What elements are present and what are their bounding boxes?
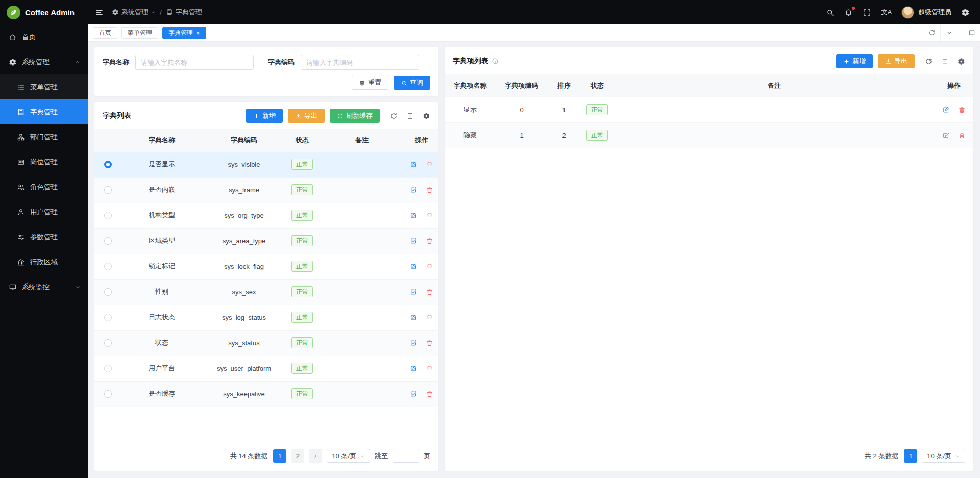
delete-icon[interactable]	[426, 390, 433, 398]
export-dict-item-button[interactable]: 导出	[878, 54, 915, 68]
delete-icon[interactable]	[426, 263, 433, 270]
edit-icon[interactable]	[410, 237, 418, 245]
breadcrumb-item-dict[interactable]: 字典管理	[166, 8, 202, 17]
delete-icon[interactable]	[426, 288, 433, 296]
edit-icon[interactable]	[942, 106, 950, 114]
row-radio[interactable]	[104, 339, 112, 347]
page-2-button[interactable]: 2	[291, 449, 304, 463]
delete-icon[interactable]	[426, 212, 433, 219]
table-row[interactable]: 日志状态 sys_log_status 正常	[94, 305, 438, 330]
row-density-icon[interactable]	[406, 112, 414, 120]
page-size-select[interactable]: 10 条/页	[922, 449, 965, 463]
column-settings-gear-icon[interactable]	[423, 112, 430, 120]
page-1-button[interactable]: 1	[904, 449, 917, 463]
notifications-button[interactable]	[844, 8, 853, 17]
edit-icon[interactable]	[410, 390, 418, 398]
row-radio[interactable]	[104, 186, 112, 194]
row-radio[interactable]	[104, 212, 112, 219]
refresh-tab-button[interactable]	[923, 24, 940, 41]
row-radio[interactable]	[104, 288, 112, 296]
search-icon[interactable]	[826, 8, 835, 17]
delete-icon[interactable]	[426, 339, 433, 347]
delete-icon[interactable]	[426, 314, 433, 321]
refresh-cache-button[interactable]: 刷新缓存	[330, 109, 380, 123]
dict-name-input[interactable]	[135, 55, 254, 70]
reset-button[interactable]: 重置	[352, 76, 388, 90]
sidebar-item-user-mgmt[interactable]: 用户管理	[0, 199, 88, 224]
table-row[interactable]: 用户平台 sys_user_platform 正常	[94, 356, 438, 381]
bank-icon	[17, 258, 25, 266]
table-row[interactable]: 性别 sys_sex 正常	[94, 279, 438, 305]
row-radio[interactable]	[104, 390, 112, 398]
page-1-button[interactable]: 1	[273, 449, 286, 463]
user-menu[interactable]: 超级管理员	[901, 6, 951, 19]
sidebar-group-system[interactable]: 系统管理	[0, 49, 88, 74]
add-dict-button[interactable]: 新增	[246, 109, 283, 123]
row-density-icon[interactable]	[941, 58, 949, 65]
row-radio[interactable]	[104, 237, 112, 245]
edit-icon[interactable]	[410, 161, 418, 168]
edit-icon[interactable]	[410, 212, 418, 219]
edit-icon[interactable]	[410, 339, 418, 347]
reload-table-icon[interactable]	[925, 58, 933, 65]
edit-icon[interactable]	[410, 365, 418, 372]
export-dict-button[interactable]: 导出	[288, 109, 325, 123]
edit-icon[interactable]	[410, 314, 418, 321]
dict-list-title: 字典列表	[103, 111, 131, 120]
settings-gear-icon[interactable]	[961, 8, 970, 17]
row-radio[interactable]	[104, 161, 112, 168]
breadcrumb-item-system[interactable]: 系统管理	[112, 8, 156, 17]
table-row[interactable]: 是否内嵌 sys_frame 正常	[94, 177, 438, 203]
edit-icon[interactable]	[410, 288, 418, 296]
sidebar-item-param-mgmt[interactable]: 参数管理	[0, 224, 88, 249]
table-row[interactable]: 锁定标记 sys_lock_flag 正常	[94, 254, 438, 279]
edit-icon[interactable]	[942, 132, 950, 139]
sidebar-item-dept-mgmt[interactable]: 部门管理	[0, 124, 88, 149]
table-row[interactable]: 状态 sys_status 正常	[94, 330, 438, 356]
collapse-sidebar-icon[interactable]	[95, 8, 104, 17]
delete-icon[interactable]	[958, 132, 966, 139]
sidebar-group-monitor[interactable]: 系统监控	[0, 274, 88, 299]
sidebar-item-post-mgmt[interactable]: 岗位管理	[0, 149, 88, 174]
delete-icon[interactable]	[426, 186, 433, 194]
table-row[interactable]: 区域类型 sys_area_type 正常	[94, 228, 438, 254]
info-icon[interactable]	[492, 58, 499, 65]
translate-icon[interactable]: 文A	[881, 8, 892, 17]
tab-dict-mgmt[interactable]: 字典管理 ×	[162, 27, 206, 39]
app-logo[interactable]: Coffee Admin	[0, 0, 88, 24]
sidebar-item-home[interactable]: 首页	[0, 24, 88, 49]
table-row[interactable]: 显示 0 1 正常	[445, 97, 973, 122]
page-size-select[interactable]: 10 条/页	[327, 449, 370, 463]
sidebar-item-menu-mgmt[interactable]: 菜单管理	[0, 74, 88, 99]
query-button[interactable]: 查询	[394, 76, 430, 90]
table-row[interactable]: 隐藏 1 2 正常	[445, 122, 973, 148]
delete-icon[interactable]	[958, 106, 966, 114]
delete-icon[interactable]	[426, 237, 433, 245]
sidebar-item-dict-mgmt[interactable]: 字典管理	[0, 99, 88, 124]
column-settings-gear-icon[interactable]	[958, 58, 965, 65]
tab-home[interactable]: 首页	[93, 27, 117, 39]
table-row[interactable]: 是否显示 sys_visible 正常	[94, 152, 438, 177]
tab-options-button[interactable]	[940, 24, 958, 41]
table-row[interactable]: 是否缓存 sys_keepalive 正常	[94, 381, 438, 407]
tab-menu-mgmt[interactable]: 菜单管理	[121, 27, 158, 39]
reload-table-icon[interactable]	[390, 112, 398, 120]
sidebar-item-admin-region[interactable]: 行政区域	[0, 249, 88, 274]
next-page-button[interactable]	[309, 449, 322, 463]
close-icon[interactable]: ×	[196, 30, 200, 36]
dict-code-input[interactable]	[301, 55, 419, 70]
edit-icon[interactable]	[410, 186, 418, 194]
edit-icon[interactable]	[410, 263, 418, 270]
table-row[interactable]: 机构类型 sys_org_type 正常	[94, 203, 438, 228]
add-dict-item-button[interactable]: 新增	[836, 54, 873, 68]
fullscreen-icon[interactable]	[863, 8, 871, 17]
row-radio[interactable]	[104, 365, 112, 372]
delete-icon[interactable]	[426, 365, 433, 372]
jump-page-input[interactable]	[393, 449, 419, 463]
row-radio[interactable]	[104, 263, 112, 270]
delete-icon[interactable]	[426, 161, 433, 168]
row-radio[interactable]	[104, 314, 112, 321]
tabbar-tools	[923, 24, 980, 41]
sidebar-item-role-mgmt[interactable]: 角色管理	[0, 174, 88, 199]
layout-toggle-button[interactable]	[963, 24, 980, 41]
